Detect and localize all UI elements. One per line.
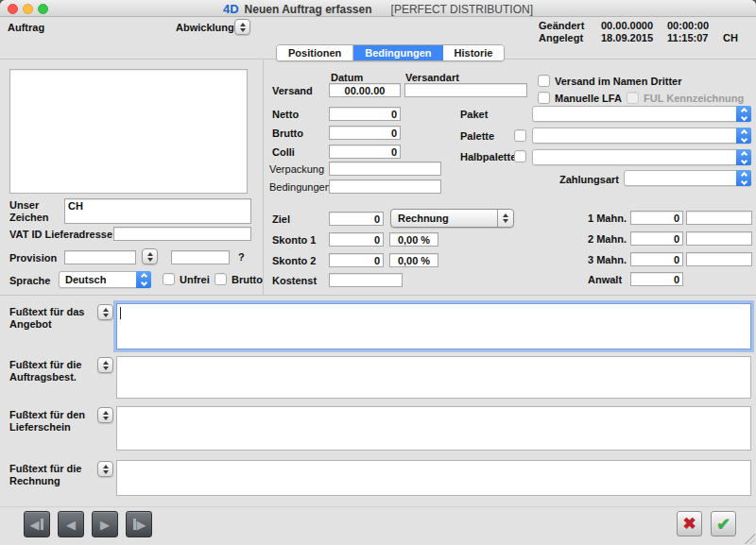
- mahn2-extra-field[interactable]: [686, 231, 752, 246]
- skonto1-pct-field[interactable]: 0,00 %: [389, 232, 438, 247]
- paket-popup[interactable]: [532, 106, 751, 122]
- mahn2-field[interactable]: 0: [630, 231, 683, 246]
- 4d-logo-icon: 4D: [223, 2, 239, 16]
- mahn1-field[interactable]: 0: [630, 211, 683, 225]
- unser-zeichen-label-line1: Unser: [9, 199, 39, 211]
- halbpalette-popup[interactable]: [532, 149, 751, 165]
- first-record-button[interactable]: ◀: [24, 511, 50, 537]
- stepper-up-icon: [240, 23, 246, 26]
- provision-field[interactable]: [64, 250, 136, 264]
- abwicklung-stepper[interactable]: [234, 19, 250, 35]
- verpackung-field[interactable]: [329, 162, 441, 176]
- popup-chevrons-icon: [736, 106, 751, 122]
- window-title: 4D Neuen Auftrag erfassen [PERFECT DISTR…: [0, 2, 756, 16]
- palette-popup[interactable]: [532, 128, 751, 144]
- netto-field[interactable]: 0: [329, 107, 401, 121]
- ful-checkbox: [627, 92, 639, 104]
- bedingungen-field[interactable]: [329, 179, 441, 194]
- fusstext-auftragsbest-textarea[interactable]: [116, 356, 751, 399]
- mahn3-field[interactable]: 0: [630, 252, 683, 266]
- divider-middle: [0, 295, 756, 296]
- unser-zeichen-label: Unser Zeichen: [9, 199, 49, 224]
- versand-datum-field[interactable]: 00.00.00: [329, 83, 401, 97]
- window-title-text: Neuen Auftrag erfassen: [245, 3, 372, 16]
- unfrei-checkbox[interactable]: [163, 273, 175, 285]
- versandart-header: Versandart: [405, 72, 459, 83]
- angelegt-label: Angelegt: [539, 32, 583, 43]
- previous-record-button[interactable]: ◀: [58, 511, 84, 537]
- popup-chevrons-icon: [736, 170, 751, 186]
- next-record-button[interactable]: ▶: [92, 511, 118, 537]
- sprache-popup[interactable]: Deutsch: [59, 271, 151, 288]
- bar-icon: [41, 519, 43, 530]
- stepper-down-icon: [103, 470, 109, 474]
- versandart-field[interactable]: [404, 83, 527, 97]
- brutto-label: Brutto: [232, 274, 263, 285]
- fusstext-auftragsbest-stepper[interactable]: [97, 357, 113, 373]
- angelegt-time: 11:15:07: [667, 32, 708, 43]
- fusstext-lieferschein-stepper[interactable]: [97, 407, 113, 423]
- zahlungsart-popup[interactable]: [624, 170, 751, 186]
- halbpalette-checkbox[interactable]: [514, 150, 526, 162]
- tab-historie[interactable]: Historie: [443, 45, 505, 60]
- resize-grip[interactable]: [741, 530, 755, 544]
- manuelle-lfa-checkbox[interactable]: [538, 92, 550, 104]
- anwalt-field[interactable]: 0: [630, 272, 683, 286]
- skonto1-label: Skonto 1: [272, 234, 316, 246]
- skonto1-field[interactable]: 0: [329, 232, 384, 247]
- verpackung-label: Verpackung: [269, 163, 324, 175]
- provision-label: Provision: [9, 252, 57, 264]
- manuelle-lfa-label: Manuelle LFA: [555, 93, 622, 104]
- text-caret: [120, 307, 121, 319]
- datum-header: Datum: [331, 72, 363, 83]
- divider-bottom: [0, 506, 756, 507]
- fusstext-lieferschein-textarea[interactable]: [116, 406, 751, 451]
- tab-positionen[interactable]: Positionen: [277, 45, 353, 60]
- fusstext-angebot-label: Fußtext für das Angebot: [9, 306, 84, 331]
- ziel-mode-popup[interactable]: Rechnung: [390, 209, 514, 228]
- provision-stepper[interactable]: [142, 248, 158, 264]
- kostenst-field[interactable]: [329, 273, 403, 287]
- versand-label: Versand: [272, 85, 313, 96]
- tab-bar: Positionen Bedingungen Historie: [276, 44, 505, 61]
- confirm-check-icon: ✔: [716, 516, 730, 533]
- cancel-x-icon: ✖: [682, 516, 696, 532]
- skonto2-field[interactable]: 0: [329, 253, 384, 267]
- fusstext-rechnung-label-line2: Rechnung: [9, 475, 60, 486]
- fusstext-rechnung-label: Fußtext für die Rechnung: [9, 463, 81, 487]
- fusstext-rechnung-stepper[interactable]: [97, 461, 113, 477]
- stepper-down-icon: [103, 314, 109, 317]
- tab-bedingungen[interactable]: Bedingungen: [353, 45, 442, 60]
- mahn3-label: 3 Mahn.: [588, 254, 627, 265]
- cancel-button[interactable]: ✖: [677, 511, 702, 536]
- unser-zeichen-field[interactable]: CH: [64, 198, 251, 224]
- stepper-down-icon: [103, 366, 109, 370]
- mahn3-extra-field[interactable]: [686, 252, 752, 266]
- brutto-checkbox[interactable]: [215, 273, 227, 285]
- vat-id-label: VAT ID Lieferadresse: [9, 229, 112, 240]
- brutto-field[interactable]: 0: [329, 126, 401, 140]
- skonto2-pct-field[interactable]: 0,00 %: [389, 253, 438, 267]
- colli-field[interactable]: 0: [329, 145, 401, 159]
- order-window: 4D Neuen Auftrag erfassen [PERFECT DISTR…: [0, 0, 756, 545]
- vat-id-field[interactable]: [113, 227, 251, 241]
- mahn1-extra-field[interactable]: [686, 211, 752, 225]
- last-record-button[interactable]: ▶: [126, 511, 152, 537]
- skonto2-label: Skonto 2: [272, 255, 316, 266]
- fusstext-rechnung-textarea[interactable]: [116, 460, 751, 496]
- address-listbox[interactable]: [9, 69, 248, 194]
- geaendert-date: 00.00.0000: [601, 20, 653, 31]
- fusstext-auftragsbest-label-line1: Fußtext für die: [9, 359, 81, 370]
- ziel-field[interactable]: 0: [329, 212, 384, 226]
- versand-dritter-checkbox[interactable]: [538, 75, 550, 87]
- confirm-button[interactable]: ✔: [711, 511, 736, 536]
- ziel-mode-value: Rechnung: [391, 213, 497, 224]
- provision-extra-field[interactable]: [171, 250, 230, 264]
- unser-zeichen-label-line2: Zeichen: [9, 212, 49, 223]
- palette-checkbox[interactable]: [514, 129, 526, 142]
- arrow-right-icon: ▶: [100, 519, 110, 531]
- fusstext-angebot-stepper[interactable]: [97, 304, 113, 320]
- halbpalette-label: Halbpalette: [460, 151, 516, 162]
- fusstext-rechnung-label-line1: Fußtext für die: [9, 463, 81, 474]
- fusstext-angebot-textarea[interactable]: [116, 303, 751, 349]
